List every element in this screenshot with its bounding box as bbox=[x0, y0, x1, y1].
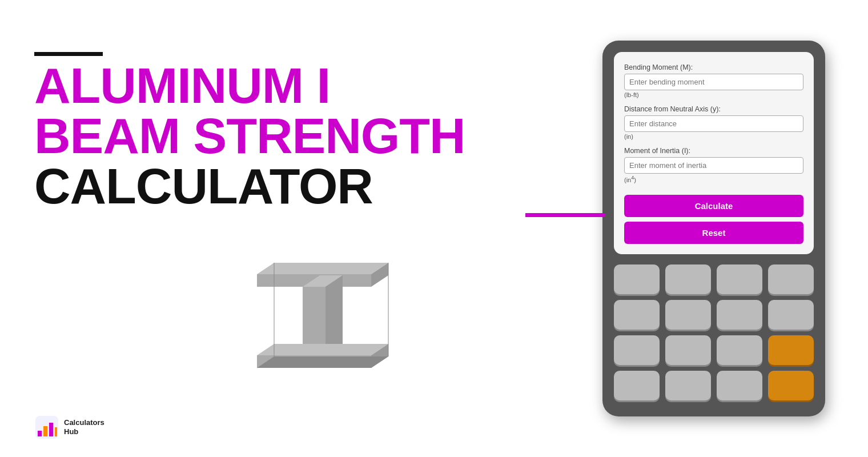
title-line1: ALUMINUM I bbox=[34, 61, 594, 111]
bending-moment-unit: (lb-ft) bbox=[624, 91, 803, 98]
svg-marker-9 bbox=[257, 356, 388, 368]
logo-name2: Hub bbox=[64, 427, 105, 436]
svg-marker-5 bbox=[326, 275, 343, 355]
calculator: Bending Moment (M): (lb-ft) Distance fro… bbox=[602, 41, 825, 416]
keypad-row-3 bbox=[614, 335, 814, 365]
key-4-2[interactable] bbox=[665, 371, 711, 400]
moment-inertia-group: Moment of Inertia (I): (in4) bbox=[624, 147, 803, 183]
moment-inertia-input[interactable] bbox=[624, 157, 803, 174]
key-3-3[interactable] bbox=[717, 335, 762, 365]
moment-inertia-unit: (in4) bbox=[624, 175, 803, 183]
title-line3: CALCULATOR bbox=[34, 161, 594, 211]
keypad-row-4 bbox=[614, 371, 814, 400]
key-4-1[interactable] bbox=[614, 371, 660, 400]
distance-neutral-input[interactable] bbox=[624, 115, 803, 132]
key-3-1[interactable] bbox=[614, 335, 660, 365]
key-1-3[interactable] bbox=[717, 264, 762, 294]
key-1-2[interactable] bbox=[665, 264, 711, 294]
svg-rect-14 bbox=[43, 426, 47, 436]
moment-inertia-label: Moment of Inertia (I): bbox=[624, 147, 803, 155]
keypad-row-2 bbox=[614, 300, 814, 330]
svg-marker-6 bbox=[257, 344, 388, 355]
svg-marker-0 bbox=[257, 263, 388, 274]
logo-name: Calculators bbox=[64, 418, 105, 427]
bending-moment-input[interactable] bbox=[624, 74, 803, 90]
distance-neutral-group: Distance from Neutral Axis (y): (in) bbox=[624, 105, 803, 140]
key-2-1[interactable] bbox=[614, 300, 660, 330]
key-3-4-orange[interactable] bbox=[768, 335, 814, 365]
distance-neutral-label: Distance from Neutral Axis (y): bbox=[624, 105, 803, 113]
calculate-button[interactable]: Calculate bbox=[624, 195, 803, 217]
reset-button[interactable]: Reset bbox=[624, 222, 803, 244]
left-section: ALUMINUM I BEAM STRENGTH CALCULATOR bbox=[34, 41, 594, 417]
key-4-4-orange[interactable] bbox=[768, 371, 814, 400]
svg-rect-16 bbox=[55, 427, 57, 436]
bending-moment-group: Bending Moment (M): (lb-ft) bbox=[624, 63, 803, 98]
key-2-2[interactable] bbox=[665, 300, 711, 330]
right-section: Bending Moment (M): (lb-ft) Distance fro… bbox=[594, 41, 834, 416]
distance-neutral-unit: (in) bbox=[624, 133, 803, 140]
svg-rect-15 bbox=[49, 423, 53, 436]
key-1-4[interactable] bbox=[768, 264, 814, 294]
keypad-row-1 bbox=[614, 264, 814, 294]
title-line2: BEAM STRENGTH bbox=[34, 111, 594, 161]
svg-rect-13 bbox=[38, 431, 42, 436]
calculator-screen: Bending Moment (M): (lb-ft) Distance fro… bbox=[614, 52, 814, 254]
logo: Calculators Hub bbox=[34, 415, 105, 440]
logo-icon bbox=[34, 415, 59, 440]
keypad bbox=[614, 264, 814, 400]
key-3-2[interactable] bbox=[665, 335, 711, 365]
key-4-3[interactable] bbox=[717, 371, 762, 400]
beam-image bbox=[223, 240, 405, 417]
bending-moment-label: Bending Moment (M): bbox=[624, 63, 803, 71]
key-2-4[interactable] bbox=[768, 300, 814, 330]
key-1-1[interactable] bbox=[614, 264, 660, 294]
decorative-bar-top bbox=[34, 52, 103, 56]
logo-text: Calculators Hub bbox=[64, 418, 105, 436]
title-block: ALUMINUM I BEAM STRENGTH CALCULATOR bbox=[34, 52, 594, 211]
key-2-3[interactable] bbox=[717, 300, 762, 330]
